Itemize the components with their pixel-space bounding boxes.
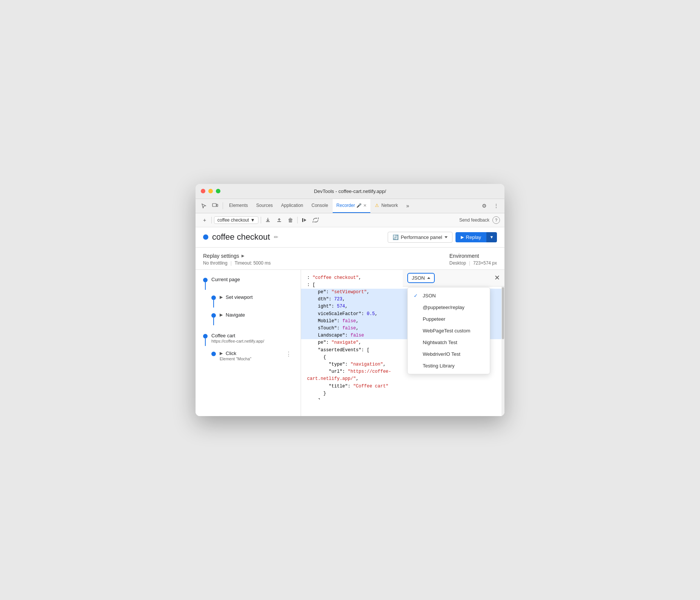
step-group-current-page: Current page ▶ Set viewport bbox=[196, 274, 301, 331]
step-title-navigate: Navigate bbox=[226, 312, 245, 318]
step-coffee-cart[interactable]: Coffee cart https://coffee-cart.netlify.… bbox=[200, 331, 296, 348]
svg-rect-1 bbox=[217, 204, 218, 207]
settings-meta: No throttling | Timeout: 5000 ms bbox=[203, 260, 271, 266]
format-select-btn[interactable]: JSON bbox=[407, 273, 435, 283]
loop-icon[interactable] bbox=[311, 216, 320, 225]
replay-btn-group: ▶ Replay ▼ bbox=[455, 232, 497, 242]
recording-select[interactable]: coffee checkout ▼ bbox=[214, 216, 258, 224]
tab-bar-right: ⚙ ⋮ bbox=[479, 201, 501, 211]
help-btn[interactable]: ? bbox=[492, 216, 500, 224]
step-sub-click: Element "Mocha" bbox=[220, 357, 284, 361]
toolbar-right: Send feedback ? bbox=[459, 216, 500, 224]
more-options-icon[interactable]: ⋮ bbox=[491, 201, 501, 211]
step-title-viewport: Set viewport bbox=[226, 294, 253, 300]
rec-header-right: 🔄 Performance panel ▶ Replay ▼ bbox=[388, 232, 497, 243]
step-line-4 bbox=[205, 338, 206, 346]
format-up-arrow-icon bbox=[427, 277, 430, 279]
edit-title-icon[interactable]: ✏ bbox=[274, 234, 278, 240]
import-icon[interactable] bbox=[275, 216, 284, 225]
expand-viewport-icon[interactable]: ▶ bbox=[220, 295, 223, 300]
code-line-18: "title": "Coffee cart" bbox=[307, 383, 498, 390]
code-panel-close-btn[interactable]: ✕ bbox=[494, 274, 500, 281]
code-scrollbar[interactable] bbox=[501, 286, 504, 416]
tab-sources[interactable]: Sources bbox=[252, 199, 277, 213]
performance-panel-btn[interactable]: 🔄 Performance panel bbox=[388, 232, 452, 243]
perf-panel-dropdown-arrow bbox=[445, 236, 448, 238]
expand-click-icon[interactable]: ▶ bbox=[220, 351, 223, 356]
step-click[interactable]: ▶ Click Element "Mocha" ⋮ bbox=[208, 348, 296, 363]
format-option-webdriverio[interactable]: WebdriverIO Test bbox=[408, 348, 490, 360]
settings-icon[interactable]: ⚙ bbox=[479, 201, 489, 211]
format-bar: JSON ✓ JSON @puppeteer/replay bbox=[403, 270, 504, 286]
play-icon[interactable] bbox=[300, 216, 309, 225]
step-title-coffee-cart: Coffee cart bbox=[211, 333, 293, 338]
format-option-webpagetest[interactable]: WebPageTest custom bbox=[408, 325, 490, 337]
format-option-json[interactable]: ✓ JSON bbox=[408, 290, 490, 302]
settings-arrow-icon: ▶ bbox=[241, 254, 245, 258]
title-bar: DevTools - coffee-cart.netlify.app/ bbox=[196, 184, 504, 199]
env-meta: Desktop | 723×574 px bbox=[449, 260, 497, 266]
env-title: Environment bbox=[449, 253, 497, 259]
code-line-19: } bbox=[307, 390, 498, 397]
new-recording-btn[interactable]: + bbox=[200, 216, 209, 225]
format-option-puppeteer[interactable]: Puppeteer bbox=[408, 313, 490, 325]
expand-navigate-icon[interactable]: ▶ bbox=[220, 312, 223, 317]
settings-right: Environment Desktop | 723×574 px bbox=[449, 253, 497, 266]
toolbar: + coffee checkout ▼ 🗑 bbox=[196, 213, 504, 227]
step-group-coffee-cart: Coffee cart https://coffee-cart.netlify.… bbox=[196, 331, 301, 366]
format-dropdown-menu: ✓ JSON @puppeteer/replay Puppeteer bbox=[407, 287, 490, 374]
step-current-page[interactable]: Current page bbox=[200, 274, 296, 292]
export-icon[interactable] bbox=[263, 216, 272, 225]
tab-console[interactable]: Console bbox=[308, 199, 332, 213]
toolbar-sep-1 bbox=[211, 217, 212, 223]
step-line-3 bbox=[213, 318, 214, 325]
delete-icon[interactable]: 🗑 bbox=[286, 216, 295, 225]
tab-separator-1 bbox=[223, 202, 223, 209]
main-content: Current page ▶ Set viewport bbox=[196, 270, 504, 416]
format-option-puppeteer-replay[interactable]: @puppeteer/replay bbox=[408, 302, 490, 313]
tab-elements[interactable]: Elements bbox=[225, 199, 252, 213]
step-navigate[interactable]: ▶ Navigate bbox=[208, 310, 296, 328]
step-title-current-page: Current page bbox=[211, 277, 293, 282]
settings-left: Replay settings ▶ No throttling | Timeou… bbox=[203, 253, 271, 266]
svg-rect-0 bbox=[212, 204, 216, 207]
minimize-button[interactable] bbox=[208, 189, 213, 193]
step-dot-navigate bbox=[211, 313, 216, 318]
cursor-icon[interactable] bbox=[199, 201, 209, 211]
tab-recorder[interactable]: Recorder 🎤 ✕ bbox=[333, 199, 370, 213]
scrollbar-thumb bbox=[502, 287, 504, 339]
check-icon-json: ✓ bbox=[414, 293, 420, 298]
step-set-viewport[interactable]: ▶ Set viewport bbox=[208, 292, 296, 310]
tab-application[interactable]: Application bbox=[277, 199, 307, 213]
step-line-1 bbox=[205, 282, 206, 290]
step-more-btn[interactable]: ⋮ bbox=[284, 351, 293, 358]
more-tabs-icon[interactable]: » bbox=[402, 201, 413, 211]
send-feedback-btn[interactable]: Send feedback bbox=[459, 217, 489, 223]
maximize-button[interactable] bbox=[216, 189, 220, 193]
toolbar-sep-2 bbox=[261, 217, 261, 223]
code-line-20: ], bbox=[307, 397, 498, 399]
traffic-lights bbox=[201, 189, 220, 193]
step-line-2 bbox=[213, 300, 214, 308]
device-toggle-icon[interactable] bbox=[210, 201, 220, 211]
step-title-click: Click bbox=[226, 351, 236, 356]
svg-rect-2 bbox=[302, 218, 303, 222]
step-dot-current-page bbox=[203, 278, 208, 282]
window-title: DevTools - coffee-cart.netlify.app/ bbox=[314, 188, 386, 194]
replay-btn-dropdown[interactable]: ▼ bbox=[486, 232, 497, 242]
devtools-body: Elements Sources Application Console Rec… bbox=[196, 199, 504, 416]
tab-bar-left: Elements Sources Application Console Rec… bbox=[199, 199, 413, 213]
format-option-nightwatch[interactable]: Nightwatch Test bbox=[408, 337, 490, 348]
format-option-testing-library[interactable]: Testing Library bbox=[408, 360, 490, 372]
replay-btn[interactable]: ▶ Replay bbox=[455, 232, 486, 242]
step-dot-click bbox=[211, 352, 216, 356]
recording-dot bbox=[203, 234, 208, 240]
code-area: JSON ✓ JSON @puppeteer/replay bbox=[301, 270, 504, 416]
replay-settings-title[interactable]: Replay settings ▶ bbox=[203, 253, 271, 259]
tab-network[interactable]: ⚠ Network bbox=[371, 199, 402, 213]
tab-bar: Elements Sources Application Console Rec… bbox=[196, 199, 504, 213]
toolbar-sep-3 bbox=[297, 217, 298, 223]
step-sub-coffee-cart: https://coffee-cart.netlify.app/ bbox=[211, 339, 293, 343]
format-select-wrapper: JSON ✓ JSON @puppeteer/replay bbox=[407, 273, 435, 283]
close-button[interactable] bbox=[201, 189, 205, 193]
